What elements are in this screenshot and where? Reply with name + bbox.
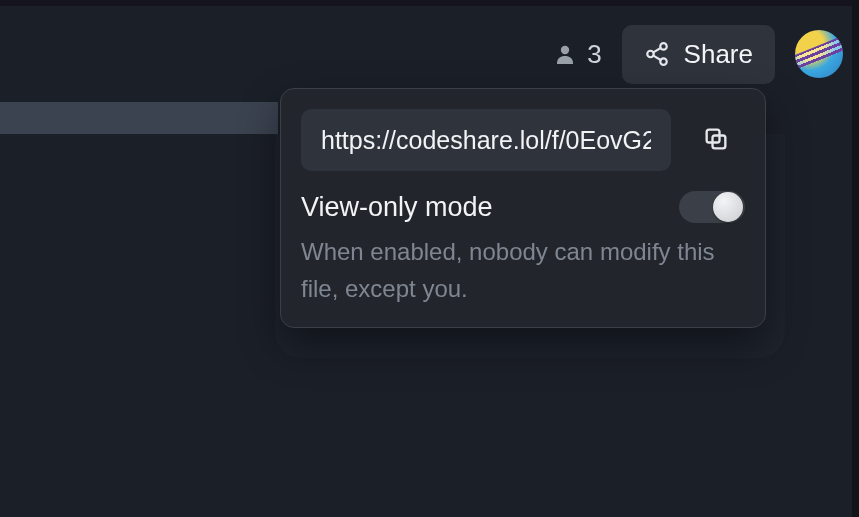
svg-point-0 [561, 46, 569, 54]
copy-icon [702, 125, 730, 156]
user-count-value: 3 [587, 39, 601, 70]
view-only-head: View-only mode [301, 191, 745, 223]
panel-strip [0, 102, 278, 134]
share-button[interactable]: Share [622, 25, 775, 84]
view-only-description: When enabled, nobody can modify this fil… [301, 233, 745, 307]
svg-line-5 [653, 48, 660, 52]
share-button-label: Share [684, 39, 753, 70]
copy-button[interactable] [687, 109, 745, 171]
user-count: 3 [553, 39, 601, 70]
user-icon [553, 42, 577, 66]
avatar[interactable] [795, 30, 843, 78]
toggle-knob [713, 192, 743, 222]
vertical-scrollbar[interactable] [852, 0, 859, 517]
share-popover: View-only mode When enabled, nobody can … [280, 88, 766, 328]
share-icon [644, 41, 670, 67]
share-url-input[interactable] [301, 109, 671, 171]
view-only-title: View-only mode [301, 192, 493, 223]
view-only-toggle[interactable] [679, 191, 745, 223]
svg-line-4 [653, 56, 660, 60]
view-only-section: View-only mode When enabled, nobody can … [301, 191, 745, 307]
url-row [301, 109, 745, 171]
